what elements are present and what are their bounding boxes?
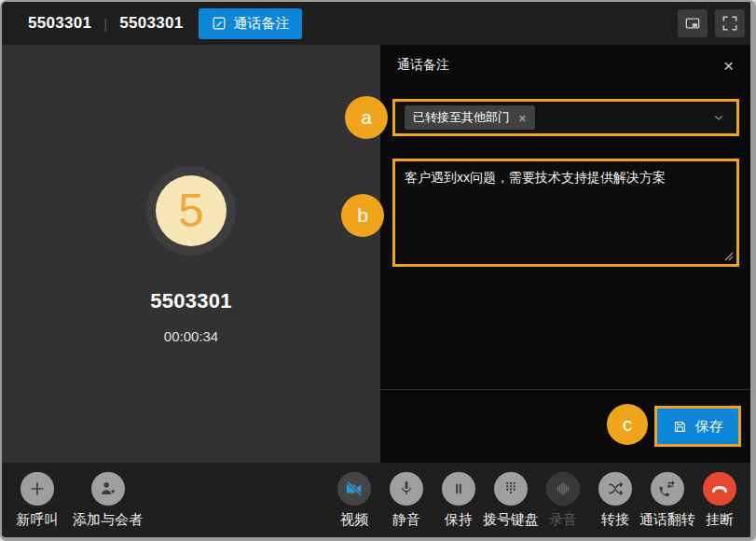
save-button-highlight: 保存 — [654, 406, 741, 447]
disposition-select-highlight: 已转接至其他部门 × — [392, 99, 739, 136]
disposition-select[interactable]: 已转接至其他部门 × — [395, 102, 736, 133]
call-toolbar: 新呼叫 添加与会者 — [2, 463, 750, 537]
person-add-icon — [91, 472, 125, 506]
toolbar-label: 视频 — [340, 511, 368, 529]
save-icon — [672, 419, 688, 435]
toolbar-item-dialpad[interactable]: 拨号键盘 — [485, 472, 537, 529]
toolbar-label: 新呼叫 — [17, 511, 59, 529]
avatar: 5 — [156, 175, 227, 246]
panel-close-button[interactable]: × — [719, 55, 738, 76]
top-bar: 5503301 | 5503301 通话备注 — [2, 2, 750, 45]
toolbar-label: 通话翻转 — [639, 511, 695, 529]
softphone-window: 5503301 | 5503301 通话备注 — [0, 0, 756, 541]
chevron-down-icon — [710, 109, 727, 126]
avatar-ring: 5 — [146, 166, 236, 256]
toolbar-label: 挂断 — [706, 511, 734, 529]
picture-in-picture-icon — [683, 14, 702, 33]
selected-tag-chip: 已转接至其他部门 × — [405, 105, 535, 130]
toolbar-label: 拨号键盘 — [483, 511, 539, 529]
picture-in-picture-button[interactable] — [678, 9, 708, 37]
fullscreen-icon — [721, 14, 739, 33]
caller-number-primary: 5503301 — [28, 14, 91, 33]
shuffle-arrows-icon — [598, 472, 632, 506]
call-notes-panel: 通话备注 × 已转接至其他部门 × — [380, 45, 750, 463]
annotation-badge-a: a — [345, 96, 388, 139]
toolbar-right-group: 视频 静音 保持 — [328, 472, 746, 529]
call-number: 5503301 — [150, 289, 232, 313]
toolbar-item-call-flip[interactable]: 通话翻转 — [641, 472, 694, 529]
note-edit-icon — [211, 15, 227, 32]
annotation-badge-c: c — [607, 404, 648, 445]
toolbar-item-video[interactable]: 视频 — [328, 472, 380, 529]
pause-icon — [442, 472, 475, 506]
annotation-badge-b: b — [341, 194, 384, 237]
toolbar-item-record: 录音 — [537, 472, 589, 529]
toolbar-item-mute[interactable]: 静音 — [380, 472, 433, 529]
caller-number-secondary: 5503301 — [119, 14, 183, 33]
toolbar-label: 录音 — [549, 511, 577, 529]
call-notes-button[interactable]: 通话备注 — [199, 8, 302, 39]
call-notes-button-label: 通话备注 — [234, 15, 290, 33]
toolbar-item-new-call[interactable]: 新呼叫 — [15, 472, 60, 529]
number-separator: | — [103, 16, 107, 32]
note-textarea[interactable]: 客户遇到xx问题，需要技术支持提供解决方案 — [395, 161, 736, 264]
microphone-icon — [390, 472, 423, 506]
panel-header: 通话备注 × — [380, 45, 750, 86]
video-off-icon — [337, 472, 371, 506]
toolbar-label: 保持 — [445, 511, 473, 529]
record-waveform-icon — [546, 472, 580, 506]
window-controls — [678, 9, 745, 37]
toolbar-label: 添加与会者 — [73, 511, 143, 529]
panel-spacer — [380, 267, 750, 389]
fullscreen-button[interactable] — [715, 9, 745, 37]
toolbar-item-transfer[interactable]: 转接 — [589, 472, 641, 529]
panel-title: 通话备注 — [397, 57, 449, 74]
call-duration: 00:00:34 — [164, 328, 218, 344]
active-call-area: 5 5503301 00:00:34 — [2, 45, 380, 463]
save-button[interactable]: 保存 — [657, 409, 738, 444]
phone-flip-icon — [651, 472, 684, 506]
tag-remove-icon[interactable]: × — [518, 111, 527, 125]
toolbar-left-group: 新呼叫 添加与会者 — [15, 472, 143, 529]
tag-label: 已转接至其他部门 — [413, 109, 510, 126]
save-button-label: 保存 — [695, 418, 723, 436]
dialpad-icon — [494, 472, 528, 506]
plus-icon — [21, 472, 54, 506]
toolbar-label: 静音 — [392, 511, 420, 529]
toolbar-item-hold[interactable]: 保持 — [433, 472, 485, 529]
note-textarea-highlight: 客户遇到xx问题，需要技术支持提供解决方案 — [392, 159, 739, 267]
toolbar-item-hangup[interactable]: 挂断 — [694, 472, 746, 529]
toolbar-label: 转接 — [601, 511, 629, 529]
panel-footer: 保存 — [380, 389, 750, 463]
toolbar-item-add-participant[interactable]: 添加与会者 — [73, 472, 143, 529]
hangup-phone-icon — [703, 472, 736, 506]
avatar-digit: 5 — [178, 184, 204, 238]
close-icon: × — [723, 56, 734, 76]
